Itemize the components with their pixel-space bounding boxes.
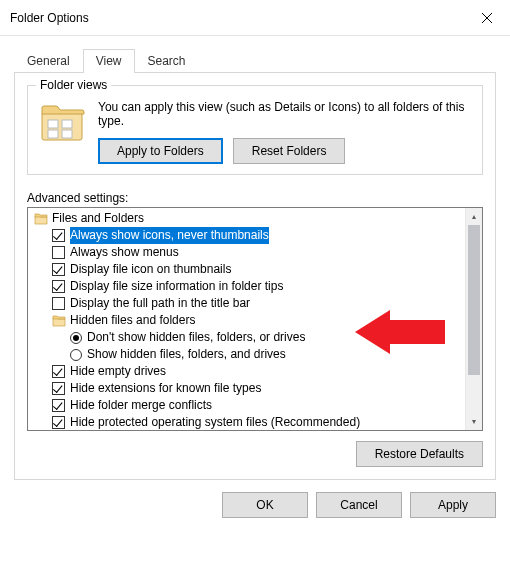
folder-views-group: Folder views You can apply this view (su… (27, 85, 483, 175)
close-icon (481, 12, 493, 24)
folder-small-icon (52, 314, 66, 328)
apply-to-folders-button[interactable]: Apply to Folders (98, 138, 223, 164)
tree-root-label: Files and Folders (52, 210, 144, 227)
tree-item-label: Hide extensions for known file types (70, 380, 261, 397)
folder-views-description: You can apply this view (such as Details… (98, 100, 472, 128)
close-button[interactable] (464, 0, 510, 36)
tree-item-label: Show hidden files, folders, and drives (87, 346, 286, 363)
tree-item-hide-merge-conflicts[interactable]: Hide folder merge conflicts (28, 397, 465, 414)
folder-icon (38, 100, 86, 148)
tree-item-full-path-titlebar[interactable]: Display the full path in the title bar (28, 295, 465, 312)
checkbox-icon[interactable] (52, 399, 65, 412)
tree-item-label: Always show menus (70, 244, 179, 261)
radio-icon[interactable] (70, 332, 82, 344)
tree-item-label: Don't show hidden files, folders, or dri… (87, 329, 305, 346)
svg-rect-2 (62, 120, 72, 128)
svg-rect-1 (48, 120, 58, 128)
dialog-button-row: OK Cancel Apply (0, 480, 510, 530)
tree-item-always-icons[interactable]: Always show icons, never thumbnails (28, 227, 465, 244)
tree-item-dont-show-hidden[interactable]: Don't show hidden files, folders, or dri… (28, 329, 465, 346)
tree-item-hide-empty-drives[interactable]: Hide empty drives (28, 363, 465, 380)
advanced-settings-box: Files and Folders Always show icons, nev… (27, 207, 483, 431)
tab-view[interactable]: View (83, 49, 135, 72)
svg-rect-3 (48, 130, 58, 138)
scrollbar-thumb[interactable] (468, 225, 480, 375)
tree-item-label: Display file icon on thumbnails (70, 261, 231, 278)
apply-button[interactable]: Apply (410, 492, 496, 518)
tab-bar: General View Search (14, 49, 496, 73)
checkbox-icon[interactable] (52, 297, 65, 310)
scrollbar-track[interactable] (466, 225, 482, 413)
tree-item-label: Display file size information in folder … (70, 278, 283, 295)
svg-rect-4 (62, 130, 72, 138)
tab-general[interactable]: General (14, 49, 83, 72)
checkbox-icon[interactable] (52, 263, 65, 276)
checkbox-icon[interactable] (52, 382, 65, 395)
tab-page-view: Folder views You can apply this view (su… (14, 72, 496, 480)
radio-icon[interactable] (70, 349, 82, 361)
advanced-settings-tree[interactable]: Files and Folders Always show icons, nev… (28, 208, 465, 430)
scrollbar[interactable]: ▴ ▾ (465, 208, 482, 430)
checkbox-icon[interactable] (52, 280, 65, 293)
ok-button[interactable]: OK (222, 492, 308, 518)
tree-item-always-menus[interactable]: Always show menus (28, 244, 465, 261)
folder-small-icon (34, 212, 48, 226)
tree-item-label: Hide empty drives (70, 363, 166, 380)
tab-search[interactable]: Search (135, 49, 199, 72)
restore-defaults-button[interactable]: Restore Defaults (356, 441, 483, 467)
folder-views-title: Folder views (36, 78, 111, 92)
tree-item-display-file-icon[interactable]: Display file icon on thumbnails (28, 261, 465, 278)
checkbox-icon[interactable] (52, 416, 65, 429)
tree-item-display-size-info[interactable]: Display file size information in folder … (28, 278, 465, 295)
tree-item-label: Always show icons, never thumbnails (70, 227, 269, 244)
tree-group-hidden-files: Hidden files and folders (28, 312, 465, 329)
checkbox-icon[interactable] (52, 365, 65, 378)
checkbox-icon[interactable] (52, 246, 65, 259)
cancel-button[interactable]: Cancel (316, 492, 402, 518)
scroll-down-icon[interactable]: ▾ (466, 413, 482, 430)
reset-folders-button[interactable]: Reset Folders (233, 138, 346, 164)
tree-item-hide-extensions[interactable]: Hide extensions for known file types (28, 380, 465, 397)
titlebar[interactable]: Folder Options (0, 0, 510, 36)
tree-item-label: Display the full path in the title bar (70, 295, 250, 312)
tree-item-hide-protected-os[interactable]: Hide protected operating system files (R… (28, 414, 465, 430)
advanced-settings-label: Advanced settings: (27, 191, 483, 205)
window-title: Folder Options (10, 11, 89, 25)
tree-group-root: Files and Folders (28, 210, 465, 227)
tree-item-label: Hide folder merge conflicts (70, 397, 212, 414)
scroll-up-icon[interactable]: ▴ (466, 208, 482, 225)
tree-item-show-hidden[interactable]: Show hidden files, folders, and drives (28, 346, 465, 363)
tree-item-label: Hide protected operating system files (R… (70, 414, 360, 430)
tree-item-label: Hidden files and folders (70, 312, 195, 329)
checkbox-icon[interactable] (52, 229, 65, 242)
